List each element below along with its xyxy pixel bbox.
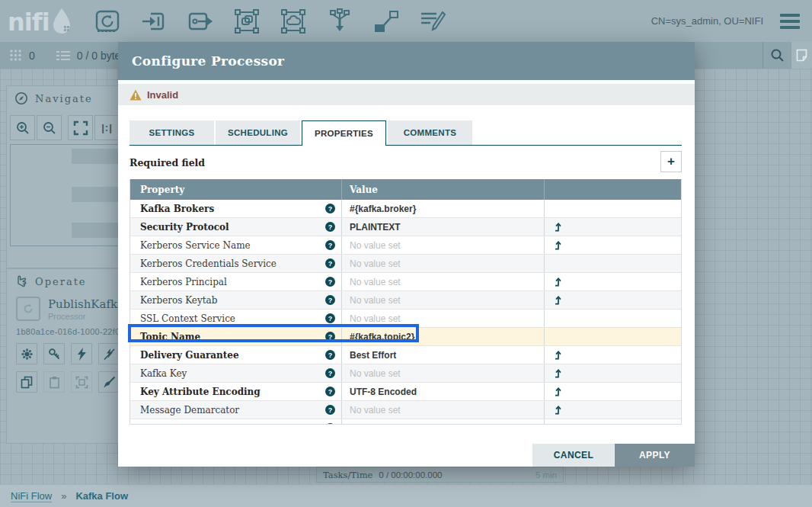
property-name-cell: Kerberos Principal? — [130, 273, 341, 290]
nifi-logo: nifi — [8, 8, 72, 35]
property-value-cell[interactable]: #{kafka.topic2} — [341, 328, 544, 345]
help-icon[interactable]: ? — [325, 350, 335, 360]
level-up-arrow-icon[interactable] — [554, 405, 562, 415]
paint-brush-icon[interactable] — [98, 371, 120, 393]
help-icon[interactable]: ? — [325, 295, 335, 305]
property-value-cell[interactable]: PLAINTEXT — [341, 218, 544, 236]
breadcrumb-root[interactable]: NiFi Flow — [11, 490, 52, 502]
template-icon[interactable] — [372, 8, 400, 35]
help-icon[interactable]: ? — [325, 368, 335, 378]
lightning-bolt-slash-icon[interactable] — [98, 343, 120, 364]
copy-icon[interactable] — [16, 371, 37, 393]
global-menu-icon[interactable] — [780, 14, 800, 29]
property-name-cell: Kafka Brokers? — [130, 200, 341, 217]
funnel-icon[interactable] — [326, 8, 353, 35]
search-button[interactable] — [762, 42, 791, 69]
dialog-title: Configure Processor — [132, 53, 284, 69]
zoom-in-button[interactable] — [10, 115, 35, 140]
property-value-cell[interactable]: No value set — [341, 291, 544, 309]
property-value: No value set — [350, 295, 401, 306]
level-up-arrow-icon[interactable] — [554, 387, 562, 396]
help-icon[interactable]: ? — [325, 313, 335, 323]
zoom-actual-size-button[interactable]: |:| — [94, 115, 120, 140]
property-value-cell[interactable]: No value set — [341, 364, 544, 382]
lightning-bolt-icon[interactable] — [71, 343, 92, 364]
process-group-icon[interactable] — [233, 8, 261, 35]
level-up-arrow-icon[interactable] — [554, 423, 562, 425]
property-row: Kerberos Principal?No value set — [130, 273, 681, 291]
help-icon[interactable]: ? — [325, 332, 335, 342]
zoom-fit-button[interactable] — [68, 115, 93, 140]
property-value-cell[interactable]: No value set — [341, 401, 544, 419]
app-header: nifi — [0, 0, 812, 42]
add-property-button[interactable]: + — [660, 151, 682, 172]
property-value: No value set — [350, 240, 401, 251]
help-icon[interactable]: ? — [325, 240, 335, 250]
property-name: Message Demarcator — [140, 405, 239, 416]
property-value-cell[interactable]: Best Effort — [341, 346, 544, 364]
property-value: No value set — [350, 258, 401, 269]
processor-icon[interactable] — [94, 8, 121, 35]
property-value-cell[interactable]: #{kafka.broker} — [341, 200, 544, 217]
gear-icon[interactable] — [16, 343, 37, 364]
property-value: UTF-8 Encoded — [350, 387, 417, 397]
property-value-cell[interactable]: No value set — [341, 310, 544, 327]
help-icon[interactable]: ? — [325, 277, 335, 287]
property-name-cell: Kerberos Credentials Service? — [130, 255, 341, 272]
remote-process-group-icon[interactable] — [280, 8, 307, 35]
key-icon[interactable] — [43, 343, 65, 364]
navigate-panel-title: Navigate — [35, 93, 93, 104]
paste-icon[interactable] — [43, 371, 65, 393]
help-icon[interactable]: ? — [325, 387, 335, 396]
help-icon[interactable]: ? — [325, 204, 335, 213]
level-up-arrow-icon[interactable] — [554, 240, 562, 250]
tab-comments[interactable]: COMMENTS — [388, 120, 472, 145]
property-value: No value set — [350, 368, 401, 379]
apply-button[interactable]: APPLY — [615, 444, 695, 467]
help-icon[interactable]: ? — [325, 405, 335, 415]
property-value-cell[interactable]: No value set — [341, 255, 544, 272]
compass-icon — [14, 91, 28, 105]
validation-bar: Invalid — [118, 84, 695, 105]
property-value: #{kafka.topic2} — [350, 332, 414, 342]
help-icon[interactable]: ? — [325, 258, 335, 268]
level-up-arrow-icon[interactable] — [554, 295, 562, 305]
level-up-arrow-icon[interactable] — [554, 368, 562, 378]
zoom-out-button[interactable] — [37, 115, 62, 140]
extra-cell — [544, 328, 681, 345]
cancel-button[interactable]: CANCEL — [532, 444, 615, 467]
group-selection-icon[interactable] — [71, 371, 92, 393]
label-icon[interactable] — [419, 8, 446, 35]
input-port-icon[interactable] — [140, 8, 168, 35]
property-value-cell[interactable]: UTF-8 Encoded — [341, 383, 544, 400]
property-row: SSL Context Service?No value set — [130, 310, 681, 328]
active-thread-count: 0 — [29, 50, 35, 62]
tab-scheduling[interactable]: SCHEDULING — [216, 120, 300, 145]
help-icon[interactable]: ? — [325, 222, 335, 232]
property-name-cell: Message Demarcator? — [130, 401, 341, 419]
nifi-drop-icon — [51, 8, 72, 35]
property-value-cell[interactable]: No value set — [341, 236, 544, 254]
property-row: Security Protocol?PLAINTEXT — [130, 218, 681, 236]
tab-properties[interactable]: PROPERTIES — [302, 120, 386, 146]
property-name-cell: Key Attribute Encoding? — [130, 383, 341, 400]
property-row: Max Request Size?1 MB — [130, 419, 681, 425]
level-up-arrow-icon[interactable] — [554, 350, 562, 360]
extra-cell — [544, 346, 681, 364]
tab-settings[interactable]: SETTINGS — [129, 120, 214, 145]
note-button[interactable] — [791, 42, 812, 69]
processor-stats-row: Tasks/Time 0 / 00:00:00.000 5 min — [316, 467, 564, 483]
level-up-arrow-icon[interactable] — [554, 277, 562, 287]
component-toolbar — [94, 8, 446, 35]
property-name: Topic Name — [140, 332, 200, 342]
breadcrumb-separator: » — [61, 490, 66, 502]
help-icon[interactable]: ? — [325, 423, 335, 425]
extra-cell — [544, 273, 681, 290]
dialog-tabs: SETTINGSSCHEDULINGPROPERTIESCOMMENTS — [129, 120, 682, 146]
extra-cell — [544, 200, 681, 217]
property-value-cell[interactable]: 1 MB — [341, 419, 544, 425]
property-value-cell[interactable]: No value set — [341, 273, 544, 290]
property-name: Delivery Guarantee — [140, 350, 239, 361]
output-port-icon[interactable] — [187, 8, 214, 35]
level-up-arrow-icon[interactable] — [554, 222, 562, 232]
